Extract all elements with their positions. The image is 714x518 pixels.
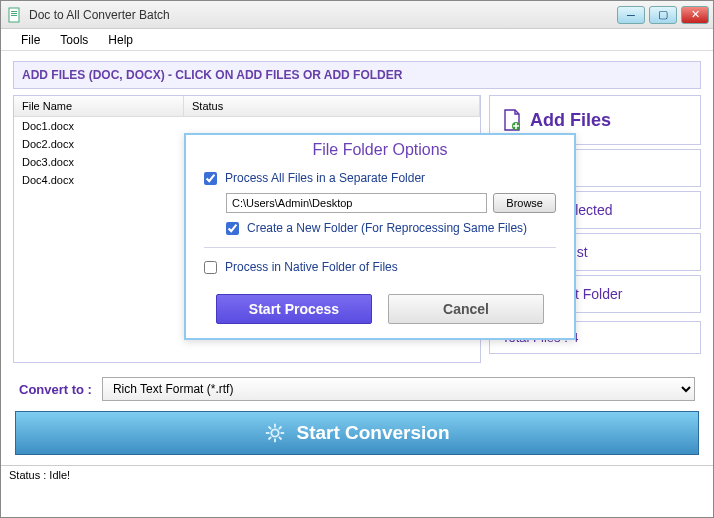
svg-rect-1 <box>11 11 17 12</box>
minimize-button[interactable]: ─ <box>617 6 645 24</box>
browse-button[interactable]: Browse <box>493 193 556 213</box>
create-new-folder-checkbox[interactable] <box>226 222 239 235</box>
maximize-button[interactable]: ▢ <box>649 6 677 24</box>
start-process-button[interactable]: Start Process <box>216 294 372 324</box>
gear-icon <box>264 422 286 444</box>
file-list-header: File Name Status <box>14 96 480 117</box>
start-conversion-label: Start Conversion <box>296 422 449 444</box>
column-status[interactable]: Status <box>184 96 480 116</box>
add-file-icon <box>502 108 522 132</box>
close-button[interactable]: ✕ <box>681 6 709 24</box>
svg-line-10 <box>269 426 272 429</box>
process-native-checkbox[interactable] <box>204 261 217 274</box>
file-folder-options-dialog: File Folder Options Process All Files in… <box>184 133 576 340</box>
menu-help[interactable]: Help <box>108 33 133 47</box>
add-files-label: Add Files <box>530 110 611 131</box>
convert-to-label: Convert to : <box>19 382 92 397</box>
app-icon <box>7 7 23 23</box>
cancel-button[interactable]: Cancel <box>388 294 544 324</box>
process-native-label: Process in Native Folder of Files <box>225 260 398 274</box>
instruction-bar: ADD FILES (DOC, DOCX) - CLICK ON ADD FIL… <box>13 61 701 89</box>
svg-line-11 <box>279 437 282 440</box>
svg-rect-2 <box>11 13 17 14</box>
menubar: File Tools Help <box>1 29 713 51</box>
status-bar: Status : Idle! <box>1 465 713 484</box>
svg-point-5 <box>272 429 279 436</box>
column-filename[interactable]: File Name <box>14 96 184 116</box>
window-title: Doc to All Converter Batch <box>29 8 617 22</box>
svg-line-12 <box>269 437 272 440</box>
process-separate-checkbox[interactable] <box>204 172 217 185</box>
output-path-input[interactable] <box>226 193 487 213</box>
titlebar: Doc to All Converter Batch ─ ▢ ✕ <box>1 1 713 29</box>
svg-line-13 <box>279 426 282 429</box>
dialog-title: File Folder Options <box>186 135 574 167</box>
menu-tools[interactable]: Tools <box>60 33 88 47</box>
convert-format-select[interactable]: Rich Text Format (*.rtf) <box>102 377 695 401</box>
svg-rect-3 <box>11 15 17 16</box>
start-conversion-button[interactable]: Start Conversion <box>15 411 699 455</box>
create-new-folder-label: Create a New Folder (For Reprocessing Sa… <box>247 221 527 235</box>
process-separate-label: Process All Files in a Separate Folder <box>225 171 425 185</box>
menu-file[interactable]: File <box>21 33 40 47</box>
